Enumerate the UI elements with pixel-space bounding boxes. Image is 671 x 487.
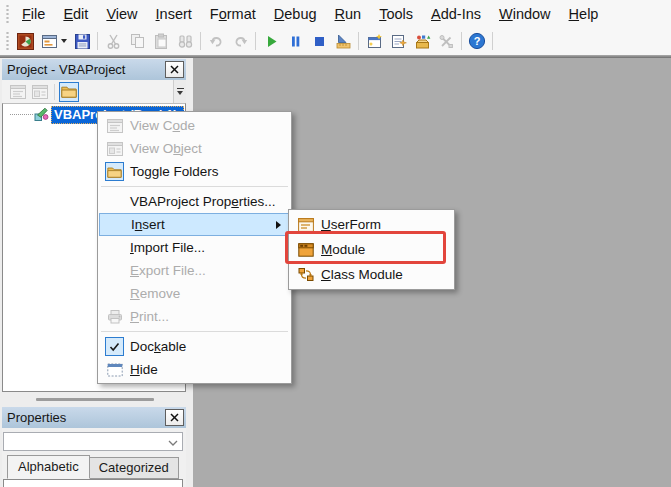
menu-item-export-file[interactable]: Export File... [99, 259, 290, 282]
run-button[interactable] [259, 29, 283, 53]
design-mode-button[interactable] [331, 29, 355, 53]
object-selector-combobox[interactable] [3, 432, 183, 451]
toolbar-separator [358, 32, 359, 50]
help-button[interactable]: ? [465, 29, 489, 53]
folder-icon [107, 166, 122, 178]
menu-format[interactable]: Format [201, 3, 265, 25]
project-panel-close-button[interactable] [165, 61, 184, 78]
module-icon [290, 243, 321, 257]
properties-window-button[interactable] [386, 29, 410, 53]
project-explorer-button[interactable] [362, 29, 386, 53]
menu-item-print[interactable]: Print... [99, 305, 290, 328]
menu-item-label: View Code [130, 118, 195, 133]
redo-button[interactable] [228, 29, 252, 53]
menu-separator [101, 186, 288, 187]
view-object-icon [99, 142, 130, 156]
menu-item-label: Export File... [130, 263, 206, 278]
menu-tools[interactable]: Tools [370, 3, 422, 25]
menu-help[interactable]: Help [560, 3, 608, 25]
properties-window-icon [390, 33, 407, 50]
menu-add-ins[interactable]: Add-Ins [422, 3, 490, 25]
toolbar-grip-handle[interactable] [5, 32, 10, 50]
userform-icon [290, 218, 321, 232]
menu-window[interactable]: Window [490, 3, 560, 25]
undo-button[interactable] [204, 29, 228, 53]
submenu-item-module[interactable]: Module [290, 237, 453, 262]
menubar-grip-handle[interactable] [5, 5, 10, 23]
copy-button[interactable] [125, 29, 149, 53]
find-button[interactable] [173, 29, 197, 53]
view-code-button[interactable] [8, 82, 28, 102]
toggle-folders-button[interactable] [59, 82, 79, 102]
submenu-item-label: Module [321, 242, 365, 257]
insert-userform-button[interactable] [37, 29, 61, 53]
properties-panel-header[interactable]: Properties [2, 407, 186, 428]
redo-icon [232, 33, 249, 50]
menu-item-dockable[interactable]: Dockable [99, 335, 290, 358]
menu-item-label: View Object [130, 141, 202, 156]
menu-item-vbaproject-properties[interactable]: VBAProject Properties... [99, 190, 290, 213]
design-mode-icon [335, 33, 352, 50]
menu-run[interactable]: Run [326, 3, 371, 25]
paste-button[interactable] [149, 29, 173, 53]
menu-item-hide[interactable]: Hide [99, 358, 290, 381]
object-browser-button[interactable] [410, 29, 434, 53]
menu-edit[interactable]: Edit [54, 3, 97, 25]
checkmark-icon [105, 337, 124, 356]
menu-item-label: Dockable [130, 339, 186, 354]
toggle-folders-icon-box [99, 162, 130, 181]
menu-item-remove[interactable]: Remove [99, 282, 290, 305]
view-object-icon [32, 85, 48, 99]
save-button[interactable] [70, 29, 94, 53]
view-code-icon [99, 119, 130, 133]
object-browser-icon [414, 33, 431, 50]
insert-dropdown-arrow[interactable] [61, 39, 67, 43]
menu-file[interactable]: File [13, 3, 54, 25]
project-context-menu: View Code View Object Toggle Folders [97, 111, 292, 384]
properties-grid[interactable] [3, 479, 183, 487]
toolbar-separator [97, 32, 98, 50]
printer-icon [99, 309, 130, 324]
menu-debug[interactable]: Debug [265, 3, 326, 25]
menu-insert[interactable]: Insert [147, 3, 201, 25]
toolbar-overflow-button[interactable] [173, 80, 186, 103]
menu-separator [101, 331, 288, 332]
properties-panel-title: Properties [7, 410, 66, 425]
tab-alphabetic[interactable]: Alphabetic [7, 455, 90, 479]
standard-toolbar: ? [0, 27, 671, 55]
toolbar-separator [255, 32, 256, 50]
break-icon [287, 33, 304, 50]
menu-item-view-code[interactable]: View Code [99, 114, 290, 137]
cut-button[interactable] [101, 29, 125, 53]
submenu-item-class-module[interactable]: Class Module [290, 262, 453, 287]
break-button[interactable] [283, 29, 307, 53]
submenu-item-userform[interactable]: UserForm [290, 212, 453, 237]
svg-text:?: ? [474, 35, 481, 47]
menu-item-label: Toggle Folders [130, 164, 219, 179]
panel-splitter-grip[interactable] [36, 398, 154, 401]
menu-item-insert[interactable]: Insert [99, 213, 290, 236]
toolbox-icon [438, 33, 455, 50]
menu-item-label: Remove [130, 286, 180, 301]
find-icon [177, 33, 194, 50]
menu-item-label: Import File... [130, 240, 205, 255]
toolbox-button[interactable] [434, 29, 458, 53]
view-object-button[interactable] [30, 82, 50, 102]
paste-icon [153, 33, 170, 50]
run-icon [263, 33, 280, 50]
menu-item-toggle-folders[interactable]: Toggle Folders [99, 160, 290, 183]
properties-panel: Properties Alphabetic Categorized [2, 407, 186, 487]
menu-item-view-object[interactable]: View Object [99, 137, 290, 160]
reset-button[interactable] [307, 29, 331, 53]
project-panel-header[interactable]: Project - VBAProject [2, 59, 186, 80]
tab-categorized[interactable]: Categorized [90, 457, 179, 479]
menu-item-import-file[interactable]: Import File... [99, 236, 290, 259]
view-microsoft-excel-button[interactable] [13, 29, 37, 53]
toolbar-separator [461, 32, 462, 50]
toolbar-separator [200, 32, 201, 50]
properties-panel-close-button[interactable] [165, 409, 184, 426]
overflow-arrow-glyph [177, 91, 183, 95]
menu-view[interactable]: View [97, 3, 146, 25]
chevron-down-icon [168, 435, 178, 449]
properties-tabs: Alphabetic Categorized [7, 455, 186, 479]
